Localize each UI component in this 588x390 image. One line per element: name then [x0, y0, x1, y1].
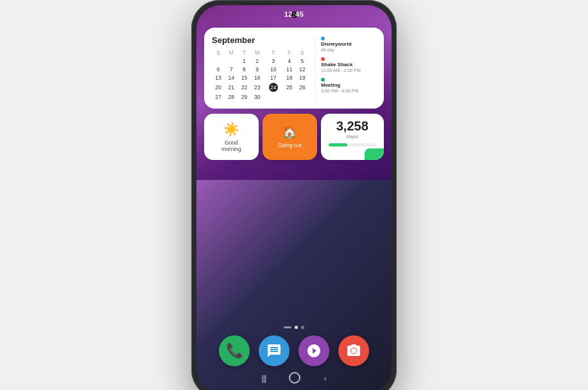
good-morning-label: Goodmorning — [221, 139, 241, 152]
event-shakeshack: Shake Shack 11:00 AM - 2:00 PM — [321, 56, 376, 73]
dock-area: 📞 — [209, 335, 379, 366]
time-display: 12:45 — [284, 10, 304, 18]
widgets-area: September S M T W T F — [204, 28, 384, 160]
week-row: 1 2 3 4 5 — [212, 57, 309, 65]
week-row: 27 28 29 30 — [212, 93, 309, 101]
line-indicator — [284, 326, 291, 328]
steps-bar-background — [329, 143, 377, 146]
event-meeting: Meeting 3:00 PM - 4:30 PM — [321, 76, 376, 93]
event-dot — [321, 37, 325, 40]
widget-going-out[interactable]: 🏠 Going out — [263, 114, 317, 160]
dot-indicator — [301, 326, 304, 329]
svg-point-0 — [351, 348, 356, 353]
week-row: 6 7 8 9 10 11 12 — [212, 65, 309, 73]
dock-indicators — [284, 326, 304, 329]
home-icon: 🏠 — [282, 125, 297, 139]
steps-bar-accent — [365, 148, 384, 160]
col-header-s2: S — [296, 49, 309, 57]
col-header-w: W — [251, 49, 264, 57]
calendar-events: Disneyworld All day Shake Shack 11:00 AM… — [315, 35, 376, 101]
today-cell: 24 — [269, 83, 278, 92]
dot-indicator-active — [295, 326, 298, 329]
widget-steps[interactable]: 3,258 steps — [321, 114, 385, 160]
event-dot — [321, 57, 325, 61]
event-time: 3:00 PM - 4:30 PM — [321, 89, 376, 93]
calendar-widget[interactable]: September S M T W T F — [204, 28, 384, 109]
event-disneyworld: Disneyworld All day — [321, 35, 376, 52]
col-header-s: S — [212, 49, 225, 57]
event-time: 11:00 AM - 2:00 PM — [321, 68, 376, 73]
event-time: All day — [321, 48, 376, 52]
steps-label: steps — [326, 134, 379, 139]
small-widgets-row: ☀️ Goodmorning 🏠 Going out 3,258 steps — [204, 114, 384, 160]
calendar-grid: S M T W T F S — [212, 49, 309, 101]
dock-camera-icon[interactable] — [338, 335, 369, 366]
nav-bar: ||| ‹ — [196, 368, 392, 388]
nav-back-icon[interactable]: ‹ — [324, 373, 326, 383]
event-dot — [321, 78, 325, 82]
event-title: Disneyworld — [321, 41, 376, 47]
calendar-left: September S M T W T F — [212, 35, 309, 101]
steps-count: 3,258 — [326, 119, 379, 134]
col-header-f: F — [283, 49, 296, 57]
nav-home-icon[interactable] — [289, 372, 300, 384]
dock-phone-icon[interactable]: 📞 — [219, 335, 250, 366]
dock-messages-icon[interactable] — [259, 335, 290, 366]
week-row: 13 14 15 16 17 18 19 — [212, 73, 309, 82]
dock-chat-icon[interactable] — [298, 335, 329, 366]
event-title: Meeting — [321, 82, 376, 88]
calendar-month: September — [212, 35, 309, 45]
going-out-label: Going out — [278, 142, 302, 148]
widget-good-morning[interactable]: ☀️ Goodmorning — [204, 114, 259, 160]
col-header-t2: T — [264, 49, 283, 57]
sun-icon: ☀️ — [223, 121, 239, 137]
phone-outer: 12:45 September S M T W — [191, 0, 397, 390]
steps-bar-fill — [329, 143, 348, 146]
phone-screen: 12:45 September S M T W — [196, 5, 392, 390]
week-row: 20 21 22 23 24 25 26 — [212, 82, 309, 93]
col-header-t1: T — [238, 49, 250, 57]
event-title: Shake Shack — [321, 62, 376, 67]
nav-recents-icon[interactable]: ||| — [261, 373, 266, 383]
col-header-m: M — [225, 49, 238, 57]
